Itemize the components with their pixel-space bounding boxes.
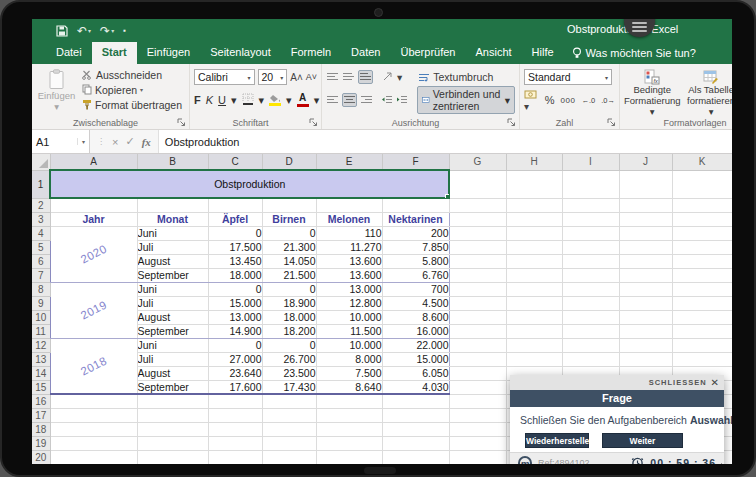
- cell[interactable]: [449, 324, 506, 338]
- tell-me-box[interactable]: Was möchten Sie tun?: [564, 42, 704, 64]
- value-cell[interactable]: 23.640: [208, 366, 262, 380]
- cell[interactable]: [619, 170, 672, 198]
- value-cell[interactable]: 700: [382, 282, 449, 296]
- cell[interactable]: [562, 212, 619, 226]
- undo-icon[interactable]: ↶▾: [77, 25, 91, 37]
- font-name-combo[interactable]: Calibri▾: [194, 69, 255, 85]
- cell[interactable]: [562, 240, 619, 254]
- cell[interactable]: [672, 170, 732, 198]
- month-cell[interactable]: August: [137, 310, 208, 324]
- row-header-6[interactable]: 6: [32, 254, 50, 268]
- year-cell-2020[interactable]: 2020: [50, 226, 137, 282]
- restore-button[interactable]: Wiederherstellen: [525, 433, 589, 448]
- month-cell[interactable]: Juni: [137, 282, 208, 296]
- table-header-Monat[interactable]: Monat: [137, 212, 208, 226]
- cell[interactable]: [137, 422, 208, 436]
- cell[interactable]: [208, 450, 262, 464]
- row-header-14[interactable]: 14: [32, 366, 50, 380]
- decrease-decimal-icon[interactable]: .0→: [601, 96, 615, 105]
- value-cell[interactable]: 4.030: [382, 380, 449, 394]
- row-header-19[interactable]: 19: [32, 436, 50, 450]
- value-cell[interactable]: 18.000: [262, 310, 316, 324]
- cut-button[interactable]: Ausschneiden: [79, 67, 185, 82]
- value-cell[interactable]: 0: [208, 226, 262, 240]
- cell[interactable]: [316, 198, 382, 212]
- cell[interactable]: [208, 436, 262, 450]
- cell[interactable]: [262, 198, 316, 212]
- value-cell[interactable]: 16.000: [382, 324, 449, 338]
- value-cell[interactable]: 8.000: [316, 352, 382, 366]
- cell[interactable]: [262, 408, 316, 422]
- value-cell[interactable]: 6.050: [382, 366, 449, 380]
- value-cell[interactable]: 13.000: [316, 282, 382, 296]
- month-cell[interactable]: Juni: [137, 338, 208, 352]
- cell[interactable]: [506, 352, 562, 366]
- value-cell[interactable]: 27.000: [208, 352, 262, 366]
- cancel-icon[interactable]: ×: [112, 136, 118, 148]
- cell[interactable]: [562, 310, 619, 324]
- row-header-11[interactable]: 11: [32, 324, 50, 338]
- cell[interactable]: [137, 408, 208, 422]
- cell[interactable]: [619, 226, 672, 240]
- column-header-H[interactable]: H: [506, 154, 562, 170]
- copy-button[interactable]: Kopieren▾: [79, 82, 185, 97]
- cell[interactable]: [137, 394, 208, 408]
- cell[interactable]: [619, 254, 672, 268]
- redo-icon[interactable]: ↷▾: [100, 25, 114, 37]
- dialog-close-button[interactable]: SCHLIESSEN: [649, 378, 707, 387]
- value-cell[interactable]: 14.050: [262, 254, 316, 268]
- column-header-K[interactable]: K: [672, 154, 732, 170]
- month-cell[interactable]: Juli: [137, 240, 208, 254]
- merge-center-button[interactable]: Verbinden und zentrieren▾: [417, 86, 515, 114]
- cell[interactable]: [672, 268, 732, 282]
- cell[interactable]: [672, 240, 732, 254]
- row-header-10[interactable]: 10: [32, 310, 50, 324]
- cell[interactable]: [262, 450, 316, 464]
- enter-icon[interactable]: ✓: [125, 135, 134, 148]
- tab-einfügen[interactable]: Einfügen: [137, 42, 200, 64]
- row-header-3[interactable]: 3: [32, 212, 50, 226]
- merged-title-cell[interactable]: Obstproduktion: [50, 170, 449, 198]
- percent-style-icon[interactable]: %: [545, 94, 555, 106]
- cell[interactable]: [619, 282, 672, 296]
- cell[interactable]: [262, 394, 316, 408]
- value-cell[interactable]: 21.500: [262, 268, 316, 282]
- cell[interactable]: [208, 394, 262, 408]
- cell[interactable]: [506, 296, 562, 310]
- align-left-icon[interactable]: [326, 94, 339, 106]
- cell[interactable]: [619, 268, 672, 282]
- cell[interactable]: [449, 296, 506, 310]
- cell[interactable]: [619, 352, 672, 366]
- cell[interactable]: [449, 240, 506, 254]
- value-cell[interactable]: 11.500: [316, 324, 382, 338]
- decrease-indent-icon[interactable]: [381, 94, 393, 106]
- cell[interactable]: [506, 212, 562, 226]
- cell[interactable]: [208, 198, 262, 212]
- value-cell[interactable]: 0: [208, 338, 262, 352]
- value-cell[interactable]: 8.600: [382, 310, 449, 324]
- value-cell[interactable]: 23.500: [262, 366, 316, 380]
- cell[interactable]: [672, 310, 732, 324]
- insert-function-icon[interactable]: fx: [142, 136, 151, 148]
- column-header-C[interactable]: C: [208, 154, 262, 170]
- column-header-J[interactable]: J: [619, 154, 672, 170]
- column-header-B[interactable]: B: [137, 154, 208, 170]
- conditional-formatting-button[interactable]: fx Bedingte Formatierung▾: [624, 67, 680, 118]
- align-middle-icon[interactable]: [342, 71, 355, 83]
- column-header-A[interactable]: A: [50, 154, 137, 170]
- row-header-17[interactable]: 17: [32, 408, 50, 422]
- cell[interactable]: [449, 212, 506, 226]
- cell[interactable]: [449, 394, 506, 408]
- cell[interactable]: [50, 436, 137, 450]
- cell[interactable]: [316, 422, 382, 436]
- tab-überprüfen[interactable]: Überprüfen: [390, 42, 465, 64]
- cell[interactable]: [619, 198, 672, 212]
- tab-ansicht[interactable]: Ansicht: [465, 42, 521, 64]
- fill-color-icon[interactable]: [269, 94, 281, 106]
- value-cell[interactable]: 15.000: [208, 296, 262, 310]
- cell[interactable]: [506, 198, 562, 212]
- cell[interactable]: [506, 268, 562, 282]
- cell[interactable]: [449, 282, 506, 296]
- number-dialog-launcher-icon[interactable]: [607, 118, 616, 127]
- align-right-icon[interactable]: [360, 94, 373, 106]
